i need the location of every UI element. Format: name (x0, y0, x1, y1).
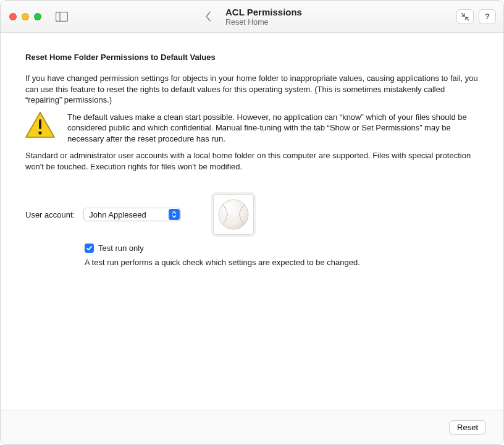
warning-text: The default values make a clean start po… (67, 112, 479, 145)
account-selected-value: John Appleseed (89, 210, 146, 219)
window-title: ACL Permissions (225, 6, 302, 17)
account-row: User account: John Appleseed (25, 194, 479, 235)
back-button[interactable] (202, 8, 214, 25)
reset-button[interactable]: Reset (449, 420, 486, 434)
intro-paragraph: If you have changed permission settings … (25, 73, 479, 106)
content-area: Reset Home Folder Permissions to Default… (1, 33, 503, 410)
svg-rect-5 (39, 119, 41, 129)
test-run-row: Test run only (85, 244, 479, 253)
window-subtitle: Reset Home (225, 17, 302, 27)
titlebar: ACL Permissions Reset Home ? (1, 1, 503, 33)
svg-line-2 (462, 13, 465, 16)
svg-line-3 (466, 17, 469, 20)
svg-point-7 (219, 200, 248, 229)
account-avatar (213, 194, 254, 235)
checkmark-icon (86, 245, 93, 252)
select-dropdown-handle[interactable] (169, 209, 180, 220)
baseball-icon (217, 198, 250, 231)
account-select[interactable]: John Appleseed (83, 208, 181, 221)
warning-row: The default values make a clean start po… (25, 112, 479, 145)
sidebar-icon (56, 12, 68, 22)
zoom-window-button[interactable] (34, 13, 41, 20)
title-area: ACL Permissions Reset Home (202, 6, 302, 27)
chevron-left-icon (204, 11, 212, 22)
test-run-hint: A test run performs a quick check which … (85, 258, 479, 267)
page-heading: Reset Home Folder Permissions to Default… (25, 53, 479, 62)
window-controls (9, 13, 41, 20)
footer: Reset (1, 410, 503, 444)
svg-rect-0 (56, 12, 68, 21)
warning-icon (25, 112, 55, 138)
account-label: User account: (25, 210, 75, 219)
close-window-button[interactable] (9, 13, 17, 20)
test-run-label: Test run only (98, 244, 144, 253)
collapse-icon (461, 12, 469, 21)
sidebar-toggle-button[interactable] (55, 11, 69, 22)
question-mark-icon: ? (485, 12, 490, 21)
svg-point-6 (38, 131, 41, 134)
support-paragraph: Standard or administrator user accounts … (25, 150, 479, 172)
window: ACL Permissions Reset Home ? R (0, 0, 504, 445)
help-button[interactable]: ? (479, 9, 496, 24)
toolbar-right: ? (456, 9, 496, 24)
collapse-button[interactable] (456, 9, 474, 24)
test-run-checkbox[interactable] (85, 244, 94, 253)
minimize-window-button[interactable] (22, 13, 29, 20)
up-down-chevron-icon (171, 210, 177, 219)
